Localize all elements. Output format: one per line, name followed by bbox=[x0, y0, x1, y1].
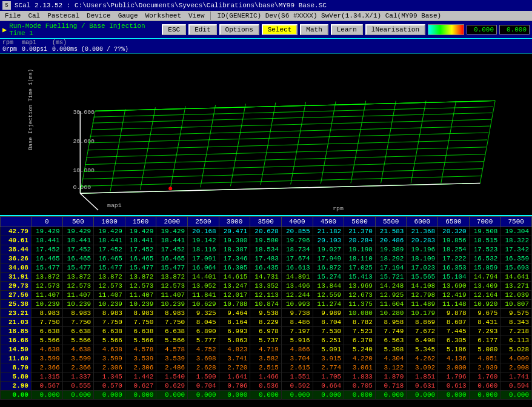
cell-6-4[interactable]: 12.573 bbox=[156, 282, 188, 291]
cell-4-13[interactable]: 16.353 bbox=[438, 263, 470, 273]
cell-1-0[interactable]: 18.441 bbox=[31, 236, 62, 245]
cell-13-11[interactable]: 5.398 bbox=[375, 345, 407, 354]
cell-18-9[interactable]: 0.000 bbox=[313, 391, 344, 400]
cell-18-12[interactable]: 0.000 bbox=[407, 391, 438, 400]
cell-0-10[interactable]: 21.370 bbox=[344, 227, 376, 236]
cell-16-3[interactable]: 1.442 bbox=[125, 372, 156, 382]
cell-4-6[interactable]: 16.305 bbox=[219, 263, 250, 273]
cell-11-0[interactable]: 6.638 bbox=[31, 327, 62, 336]
cell-3-15[interactable]: 16.359 bbox=[500, 254, 532, 263]
cell-13-3[interactable]: 4.578 bbox=[125, 345, 156, 354]
cell-4-1[interactable]: 15.477 bbox=[62, 263, 94, 273]
cell-11-8[interactable]: 7.197 bbox=[281, 327, 313, 336]
cell-6-8[interactable]: 13.496 bbox=[281, 282, 313, 291]
cell-3-12[interactable]: 18.109 bbox=[407, 254, 438, 263]
cell-5-13[interactable]: 15.104 bbox=[438, 273, 470, 282]
cell-17-12[interactable]: 0.631 bbox=[407, 382, 438, 391]
cell-7-15[interactable]: 12.039 bbox=[500, 291, 532, 300]
cell-9-4[interactable]: 8.983 bbox=[156, 309, 188, 318]
cell-17-7[interactable]: 0.536 bbox=[250, 382, 282, 391]
table-row[interactable]: 25.3810.23910.23910.23910.23910.23910.62… bbox=[1, 300, 532, 309]
menu-file[interactable]: File bbox=[1, 12, 24, 20]
cell-12-11[interactable]: 6.563 bbox=[375, 336, 407, 345]
cell-1-5[interactable]: 19.142 bbox=[188, 236, 219, 245]
cell-12-12[interactable]: 6.498 bbox=[407, 336, 438, 345]
cell-18-0[interactable]: 0.000 bbox=[31, 391, 62, 400]
cell-13-6[interactable]: 4.823 bbox=[219, 345, 250, 354]
cell-5-3[interactable]: 13.872 bbox=[125, 273, 156, 282]
cell-5-11[interactable]: 15.721 bbox=[375, 273, 407, 282]
cell-17-13[interactable]: 0.613 bbox=[438, 382, 470, 391]
cell-9-2[interactable]: 8.983 bbox=[94, 309, 125, 318]
menu-pastecal[interactable]: Pastecal bbox=[44, 12, 83, 20]
table-row[interactable]: 36.2616.46516.46516.46516.46516.46517.09… bbox=[1, 254, 532, 263]
table-row[interactable]: 40.6118.44118.44118.44118.44118.44119.14… bbox=[1, 236, 532, 245]
cell-6-2[interactable]: 12.573 bbox=[94, 282, 125, 291]
cell-13-4[interactable]: 4.578 bbox=[156, 345, 188, 354]
cell-7-9[interactable]: 12.559 bbox=[313, 291, 344, 300]
cell-7-10[interactable]: 12.673 bbox=[344, 291, 376, 300]
cell-2-10[interactable]: 19.198 bbox=[344, 245, 376, 254]
cell-4-4[interactable]: 15.477 bbox=[156, 263, 188, 273]
cell-13-8[interactable]: 4.866 bbox=[281, 345, 313, 354]
cell-8-2[interactable]: 10.239 bbox=[94, 300, 125, 309]
cell-13-15[interactable]: 5.028 bbox=[500, 345, 532, 354]
cell-14-14[interactable]: 4.051 bbox=[469, 354, 500, 363]
cell-2-7[interactable]: 18.534 bbox=[250, 245, 282, 254]
cell-15-6[interactable]: 2.720 bbox=[219, 363, 250, 372]
cell-3-1[interactable]: 16.465 bbox=[62, 254, 94, 263]
cell-8-12[interactable]: 11.489 bbox=[407, 300, 438, 309]
cell-1-12[interactable]: 20.283 bbox=[407, 236, 438, 245]
cell-3-3[interactable]: 16.465 bbox=[125, 254, 156, 263]
cell-0-9[interactable]: 21.182 bbox=[313, 227, 344, 236]
cell-15-12[interactable]: 3.092 bbox=[407, 363, 438, 372]
cell-12-15[interactable]: 6.113 bbox=[500, 336, 532, 345]
cell-3-6[interactable]: 17.346 bbox=[219, 254, 250, 263]
cell-3-14[interactable]: 16.532 bbox=[469, 254, 500, 263]
cell-1-1[interactable]: 18.441 bbox=[62, 236, 94, 245]
table-row[interactable]: 14.504.6384.6384.6384.5784.5784.7524.823… bbox=[1, 345, 532, 354]
learn-button[interactable]: Learn bbox=[331, 24, 363, 35]
cell-0-13[interactable]: 20.320 bbox=[438, 227, 470, 236]
cell-4-7[interactable]: 16.435 bbox=[250, 263, 282, 273]
cell-10-1[interactable]: 7.750 bbox=[62, 318, 94, 327]
cell-2-4[interactable]: 17.452 bbox=[156, 245, 188, 254]
cell-13-12[interactable]: 5.345 bbox=[407, 345, 438, 354]
cell-7-5[interactable]: 11.841 bbox=[188, 291, 219, 300]
menu-worksheet[interactable]: Worksheet bbox=[142, 12, 185, 20]
cell-17-15[interactable]: 0.594 bbox=[500, 382, 532, 391]
cell-15-8[interactable]: 2.615 bbox=[281, 363, 313, 372]
cell-6-14[interactable]: 13.409 bbox=[469, 282, 500, 291]
cell-13-0[interactable]: 4.638 bbox=[31, 345, 62, 354]
cell-2-12[interactable]: 19.196 bbox=[407, 245, 438, 254]
cell-15-0[interactable]: 2.366 bbox=[31, 363, 62, 372]
cell-17-5[interactable]: 0.704 bbox=[188, 382, 219, 391]
cell-5-4[interactable]: 13.872 bbox=[156, 273, 188, 282]
cell-18-8[interactable]: 0.000 bbox=[281, 391, 313, 400]
cell-5-2[interactable]: 13.872 bbox=[94, 273, 125, 282]
cell-9-0[interactable]: 8.983 bbox=[31, 309, 62, 318]
data-table-container[interactable]: 0500100015002000250030003500400045005000… bbox=[0, 216, 532, 407]
cell-6-0[interactable]: 12.573 bbox=[31, 282, 62, 291]
cell-14-12[interactable]: 4.262 bbox=[407, 354, 438, 363]
cell-16-12[interactable]: 1.851 bbox=[407, 372, 438, 382]
table-row[interactable]: 42.7919.42919.42919.42919.42919.42920.16… bbox=[1, 227, 532, 236]
cell-1-10[interactable]: 20.284 bbox=[344, 236, 376, 245]
cell-9-11[interactable]: 10.280 bbox=[375, 309, 407, 318]
cell-1-14[interactable]: 18.515 bbox=[469, 236, 500, 245]
cell-18-6[interactable]: 0.000 bbox=[219, 391, 250, 400]
cell-11-13[interactable]: 7.445 bbox=[438, 327, 470, 336]
cell-8-13[interactable]: 11.148 bbox=[438, 300, 470, 309]
cell-2-9[interactable]: 19.027 bbox=[313, 245, 344, 254]
cell-13-7[interactable]: 4.719 bbox=[250, 345, 282, 354]
cell-2-11[interactable]: 19.389 bbox=[375, 245, 407, 254]
cell-11-14[interactable]: 7.293 bbox=[469, 327, 500, 336]
cell-10-8[interactable]: 8.486 bbox=[281, 318, 313, 327]
cell-13-2[interactable]: 4.638 bbox=[94, 345, 125, 354]
cell-4-8[interactable]: 16.613 bbox=[281, 263, 313, 273]
cell-0-2[interactable]: 19.429 bbox=[94, 227, 125, 236]
cell-0-8[interactable]: 20.855 bbox=[281, 227, 313, 236]
cell-5-7[interactable]: 14.731 bbox=[250, 273, 282, 282]
cell-2-1[interactable]: 17.452 bbox=[62, 245, 94, 254]
cell-1-8[interactable]: 19.796 bbox=[281, 236, 313, 245]
